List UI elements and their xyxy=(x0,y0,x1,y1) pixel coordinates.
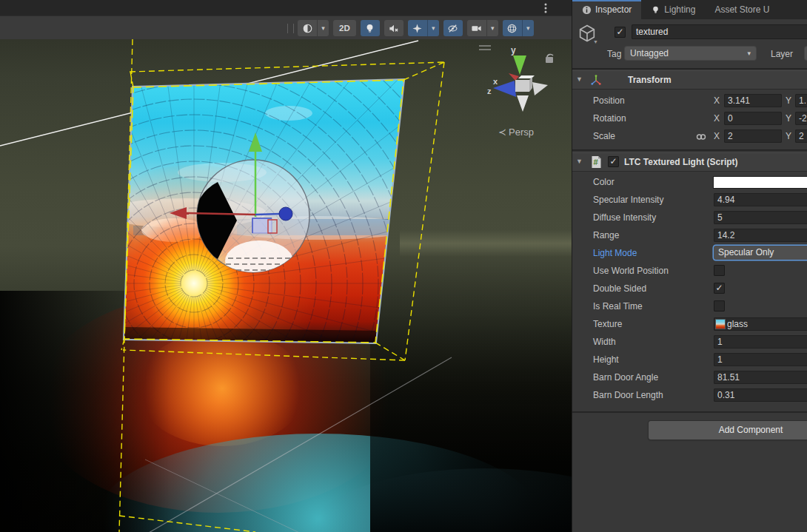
gizmo-x-label: x xyxy=(493,77,498,86)
diffuse-intensity-field[interactable]: 5 xyxy=(714,211,807,224)
gizmo-z-label: z xyxy=(487,87,492,95)
property-label: Light Mode xyxy=(593,248,637,258)
height-field[interactable]: 1 xyxy=(714,353,807,366)
property-label: Color xyxy=(593,177,615,187)
property-label: Scale xyxy=(593,131,615,141)
gameobject-name-field[interactable] xyxy=(632,24,807,39)
info-icon xyxy=(582,5,592,15)
transform-title: Transform xyxy=(628,75,672,85)
dropdown-arrow-icon[interactable]: ▾ xyxy=(522,20,534,36)
gizmo-y-label: y xyxy=(511,45,516,55)
is-real-time-checkbox[interactable] xyxy=(714,300,725,312)
audio-mute-icon xyxy=(384,23,404,34)
layer-label: Layer xyxy=(771,49,793,59)
2d-toggle-button[interactable]: 2D xyxy=(333,20,356,36)
dropdown-arrow-icon[interactable]: ▾ xyxy=(317,20,329,36)
range-field[interactable]: 14.2 xyxy=(714,229,807,242)
use-world-position-checkbox[interactable] xyxy=(714,265,725,276)
gizmo-globe-icon xyxy=(503,23,522,34)
rotation-y-field[interactable] xyxy=(795,112,807,125)
tab-inspector[interactable]: Inspector xyxy=(572,0,641,19)
expander-icon[interactable]: ▼ xyxy=(576,75,583,83)
effects-toggle-button[interactable]: ▾ xyxy=(408,20,439,36)
audio-toggle-button[interactable] xyxy=(384,20,404,36)
add-component-button[interactable]: Add Component xyxy=(649,421,807,440)
dropdown-arrow-icon[interactable]: ▾ xyxy=(427,20,439,36)
axis-y-label: Y xyxy=(786,95,791,106)
double-sided-checkbox[interactable]: ✓ xyxy=(714,283,725,294)
specular-intensity-field[interactable]: 4.94 xyxy=(714,193,807,206)
eye-slash-icon xyxy=(443,23,463,34)
width-field[interactable]: 1 xyxy=(714,335,807,349)
tab-label: Asset Store U xyxy=(714,4,769,15)
unity-editor-window: ▾2D▾▾▾ xyxy=(0,0,807,532)
scene-view-pane: ▾2D▾▾▾ xyxy=(0,0,572,532)
expander-icon[interactable]: ▼ xyxy=(576,158,583,165)
script-title: LTC Textured Light (Script) xyxy=(624,157,738,167)
camera-icon xyxy=(467,23,486,34)
scale-x-field[interactable] xyxy=(724,129,782,143)
dropdown-arrow-icon: ▾ xyxy=(747,47,751,60)
property-label: Specular Intensity xyxy=(593,195,663,205)
bulb-icon xyxy=(651,5,660,15)
property-label: Diffuse Intensity xyxy=(593,212,656,223)
gizmos-toggle-button[interactable]: ▾ xyxy=(503,20,534,36)
inspector-tab-bar: InspectorLightingAsset Store U xyxy=(572,0,807,19)
camera-view-button[interactable]: ▾ xyxy=(467,20,498,36)
tab-label: Lighting xyxy=(664,4,695,15)
inspector-panel: InspectorLightingAsset Store U ▼ ✓ Tag U… xyxy=(572,0,807,532)
script-hash-glyph: # xyxy=(594,158,598,166)
property-label: Width xyxy=(593,337,616,347)
axis-x-label: X xyxy=(714,131,720,141)
scene-tab-bar xyxy=(0,0,572,16)
transform-header[interactable]: ▼ Transform xyxy=(572,70,807,90)
property-label: Double Sided xyxy=(593,283,646,294)
property-label: Rotation xyxy=(593,113,626,124)
axis-y-label: Y xyxy=(786,113,791,124)
scene-viewport[interactable]: y x z ≺ Persp xyxy=(0,39,572,532)
active-checkbox[interactable]: ✓ xyxy=(615,27,626,38)
texture-thumbnail xyxy=(715,319,726,329)
shaded-sphere-icon xyxy=(298,23,317,34)
color-swatch[interactable] xyxy=(714,177,807,188)
effects-star-icon xyxy=(408,23,427,34)
toolbar-button-label: 2D xyxy=(333,24,356,33)
shading-mode-button[interactable]: ▾ xyxy=(298,20,329,36)
z-axis-arrow[interactable] xyxy=(255,214,280,215)
barn-door-angle-field[interactable]: 81.51 xyxy=(714,371,807,384)
light-mode-dropdown[interactable]: Specular Only xyxy=(714,246,807,260)
tag-dropdown[interactable]: Untagged▾ xyxy=(625,47,756,60)
property-label: Height xyxy=(593,354,619,365)
icon-picker-arrow[interactable]: ▼ xyxy=(593,39,598,44)
position-x-field[interactable] xyxy=(724,94,782,107)
property-label: Texture xyxy=(593,319,622,329)
hidden-objects-toggle-button[interactable] xyxy=(443,20,463,36)
gizmo-cube[interactable] xyxy=(515,80,529,92)
persp-arrow-icon: ≺ xyxy=(498,127,506,138)
axis-x-label: X xyxy=(714,113,720,124)
link-scale-icon[interactable] xyxy=(696,132,706,141)
tab-lighting[interactable]: Lighting xyxy=(641,0,705,19)
script-component-header[interactable]: ▼ # ✓ LTC Textured Light (Script) xyxy=(572,152,807,172)
dropdown-arrow-icon[interactable]: ▾ xyxy=(486,20,498,36)
lock-icon[interactable] xyxy=(546,57,553,63)
barn-door-length-field[interactable]: 0.31 xyxy=(714,388,807,402)
script-enabled-checkbox[interactable]: ✓ xyxy=(608,156,619,167)
property-label: Position xyxy=(593,95,625,106)
texture-object-field[interactable]: glass xyxy=(714,317,807,331)
projection-label[interactable]: Persp xyxy=(509,127,534,138)
scene-lighting-toggle-button[interactable] xyxy=(361,20,380,36)
property-label: Barn Door Length xyxy=(593,390,663,400)
tab-asset-store-u[interactable]: Asset Store U xyxy=(705,0,779,19)
plane-handle[interactable] xyxy=(268,220,277,233)
scale-y-field[interactable] xyxy=(795,129,807,143)
scene-toolbar: ▾2D▾▾▾ xyxy=(0,16,572,40)
toolbar-drag-handle[interactable] xyxy=(287,24,294,33)
rotation-x-field[interactable] xyxy=(724,112,782,125)
kebab-menu-icon[interactable] xyxy=(540,2,551,14)
tab-label: Inspector xyxy=(595,4,632,15)
property-label: Barn Door Angle xyxy=(593,372,658,383)
position-y-field[interactable] xyxy=(795,94,807,107)
property-label: Is Real Time xyxy=(593,301,643,312)
axis-y-label: Y xyxy=(786,131,791,141)
